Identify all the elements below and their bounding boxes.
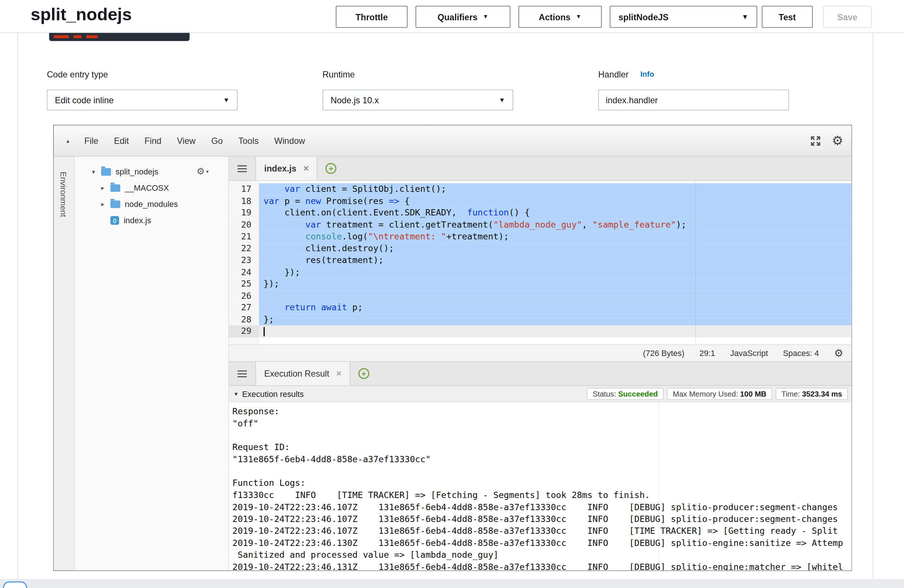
line-number: 25 bbox=[229, 278, 259, 289]
log-line: Request ID: bbox=[232, 441, 852, 454]
status-badge-value: Succeeded bbox=[618, 390, 658, 398]
caret-down-icon: ▼ bbox=[234, 391, 239, 397]
caret-right-icon[interactable]: ▸ bbox=[101, 200, 110, 208]
log-line: Function Logs: bbox=[232, 477, 852, 489]
editor-statusbar: (726 Bytes) 29:1 JavaScript Spaces: 4 ⚙ bbox=[229, 345, 851, 362]
card-right-border bbox=[872, 33, 873, 579]
runtime-label: Runtime bbox=[322, 70, 355, 79]
tab-list-icon[interactable] bbox=[238, 370, 247, 377]
actions-button[interactable]: Actions ▼ bbox=[518, 6, 602, 28]
line-number: 28 bbox=[229, 313, 259, 326]
tree-item-indexjs-file[interactable]: index.js bbox=[74, 212, 228, 228]
code-line[interactable]: 25}); bbox=[229, 278, 851, 289]
code-entry-type-label: Code entry type bbox=[47, 70, 108, 79]
code-line[interactable]: 26 bbox=[229, 290, 851, 302]
time-badge-label: Time: bbox=[781, 390, 800, 398]
card-left-border bbox=[17, 33, 18, 579]
menu-go[interactable]: Go bbox=[211, 136, 223, 146]
menu-file[interactable]: File bbox=[84, 136, 98, 146]
log-line: 2019-10-24T22:23:46.131Z 131e865f-6eb4-4… bbox=[232, 561, 852, 570]
alias-selector-value: splitNodeJS bbox=[618, 12, 669, 22]
memory-badge: Max Memory Used: 100 MB bbox=[667, 388, 772, 400]
folder-icon bbox=[110, 200, 120, 208]
editor-settings-gear-icon[interactable]: ⚙ bbox=[832, 134, 844, 147]
code-line[interactable]: 18var p = new Promise(res => { bbox=[229, 195, 851, 207]
add-tab-icon[interactable]: + bbox=[326, 163, 337, 174]
alias-selector[interactable]: splitNodeJS ▼ bbox=[610, 6, 757, 28]
execution-log-area[interactable]: Response:"off" Request ID:"131e865f-6eb4… bbox=[229, 402, 851, 570]
js-file-icon bbox=[110, 216, 119, 224]
code-line[interactable]: 28}; bbox=[229, 313, 851, 326]
line-number: 27 bbox=[229, 302, 259, 313]
chevron-down-icon: ▼ bbox=[499, 96, 505, 104]
status-settings-gear-icon[interactable]: ⚙ bbox=[834, 348, 843, 358]
runtime-select[interactable]: Node.js 10.x ▼ bbox=[322, 90, 513, 110]
line-number: 17 bbox=[229, 183, 259, 195]
execution-results-header[interactable]: ▼ Execution results Status: Succeeded Ma… bbox=[229, 386, 851, 402]
menu-view[interactable]: View bbox=[177, 136, 196, 146]
print-margin-ruler bbox=[658, 402, 659, 570]
code-line[interactable]: 24 }); bbox=[229, 266, 851, 278]
throttle-button[interactable]: Throttle bbox=[336, 6, 407, 28]
status-bytes: (726 Bytes) bbox=[643, 349, 684, 358]
log-line bbox=[232, 466, 852, 477]
line-number: 19 bbox=[229, 207, 259, 219]
status-cursor-position[interactable]: 29:1 bbox=[699, 349, 715, 358]
folder-icon bbox=[101, 168, 111, 175]
execution-results-label: Execution results bbox=[242, 389, 303, 398]
tab-list-icon[interactable] bbox=[238, 165, 247, 172]
code-line[interactable]: 23 res(treatment); bbox=[229, 254, 851, 266]
log-line: 2019-10-24T22:23:46.107Z 131e865f-6eb4-4… bbox=[232, 501, 852, 513]
test-button[interactable]: Test bbox=[762, 6, 813, 28]
save-button-label: Save bbox=[837, 12, 858, 22]
line-number: 21 bbox=[229, 231, 259, 242]
line-number: 26 bbox=[229, 290, 259, 302]
qualifiers-button[interactable]: Qualifiers ▼ bbox=[416, 6, 510, 28]
tree-item-macosx-folder[interactable]: ▸ __MACOSX bbox=[74, 180, 228, 196]
add-tab-icon[interactable]: + bbox=[358, 368, 369, 379]
tab-execution-result[interactable]: Execution Result × bbox=[255, 362, 350, 386]
folder-icon bbox=[110, 184, 120, 191]
close-icon[interactable]: × bbox=[303, 163, 309, 174]
tree-item-node-modules-folder[interactable]: ▸ node_modules bbox=[74, 196, 228, 212]
code-line[interactable]: 21 console.log("\ntreatment: "+treatment… bbox=[229, 231, 851, 242]
menu-find[interactable]: Find bbox=[145, 136, 161, 146]
code-area[interactable]: 17 var client = SplitObj.client();18var … bbox=[229, 181, 851, 344]
code-line[interactable]: 17 var client = SplitObj.client(); bbox=[229, 183, 851, 195]
log-line: 2019-10-24T22:23:46.107Z 131e865f-6eb4-4… bbox=[232, 513, 852, 525]
save-button[interactable]: Save bbox=[823, 6, 872, 28]
menu-tools[interactable]: Tools bbox=[239, 136, 259, 146]
handler-info-link[interactable]: Info bbox=[640, 70, 654, 79]
tab-indexjs[interactable]: index.js × bbox=[255, 157, 317, 180]
collapse-menu-icon[interactable]: ▲ bbox=[65, 138, 71, 144]
code-entry-type-select[interactable]: Edit code inline ▼ bbox=[47, 90, 238, 110]
code-line[interactable]: 22 client.destroy(); bbox=[229, 242, 851, 254]
close-icon[interactable]: × bbox=[336, 368, 342, 379]
fullscreen-icon[interactable] bbox=[810, 135, 821, 147]
tree-settings-gear-icon[interactable]: ⚙▾ bbox=[197, 166, 209, 177]
log-line: f13330cc INFO [TIME TRACKER] => [Fetchin… bbox=[232, 490, 852, 501]
caret-down-icon[interactable]: ▾ bbox=[92, 168, 101, 175]
menu-window[interactable]: Window bbox=[274, 136, 305, 146]
qualifiers-button-label: Qualifiers bbox=[438, 12, 477, 22]
code-line[interactable]: 27 return await p; bbox=[229, 302, 851, 313]
status-spaces[interactable]: Spaces: 4 bbox=[783, 349, 819, 358]
caret-right-icon[interactable]: ▸ bbox=[101, 184, 110, 191]
log-line: Response: bbox=[232, 406, 852, 417]
code-line[interactable]: 29 bbox=[229, 326, 851, 337]
handler-input[interactable] bbox=[598, 90, 789, 110]
lambda-console-page: split_nodejs Throttle Qualifiers ▼ Actio… bbox=[0, 0, 904, 588]
code-line[interactable]: 19 client.on(client.Event.SDK_READY, fun… bbox=[229, 207, 851, 219]
feedback-button-partial[interactable] bbox=[3, 582, 27, 588]
line-number: 22 bbox=[229, 242, 259, 254]
code-line[interactable]: 20 var treatment = client.getTreatment("… bbox=[229, 219, 851, 231]
code-tabbar: index.js × + bbox=[229, 157, 851, 181]
status-language[interactable]: JavaScript bbox=[730, 349, 768, 358]
tree-item-label: index.js bbox=[123, 215, 151, 224]
chevron-down-icon: ▼ bbox=[575, 14, 582, 20]
log-line: 2019-10-24T22:23:46.130Z 131e865f-6eb4-4… bbox=[232, 537, 852, 549]
tree-item-root-folder[interactable]: ▾ split_nodejs ⚙▾ bbox=[74, 163, 228, 180]
menu-edit[interactable]: Edit bbox=[114, 136, 129, 146]
environment-tab[interactable]: Environment bbox=[54, 157, 74, 571]
log-line: "off" bbox=[232, 417, 852, 429]
